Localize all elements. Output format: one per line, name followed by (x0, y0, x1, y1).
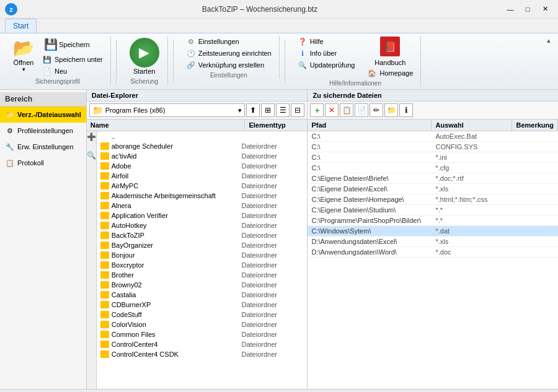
file-item[interactable]: Alnera Dateiordner (97, 201, 308, 211)
info-row[interactable]: ℹ Info über (295, 48, 358, 59)
save-as-row[interactable]: 💾 Speichern unter (40, 54, 105, 65)
help-icon: ❓ (298, 37, 308, 46)
start-button[interactable]: ▶ Starten (126, 36, 162, 77)
new-icon: 📄 (42, 66, 52, 76)
folder-icon (100, 321, 109, 328)
sidebar-item-verzeichnis[interactable]: 📁 Verz.-/Dateiauswahl (0, 107, 86, 123)
col-header-type[interactable]: Elementtyp (245, 120, 307, 131)
file-item[interactable]: CDBurnerXP Dateiordner (97, 300, 308, 310)
tab-start[interactable]: Start (5, 19, 37, 33)
new-row[interactable]: 📄 Neu (40, 66, 105, 77)
col-header-name[interactable]: Name (87, 120, 246, 131)
backup-item[interactable]: D:\Anwendungsdaten\Excel\ *.xls (308, 237, 558, 247)
sidebar-item-erweitert[interactable]: 🔧 Erw. Einstellungen (0, 139, 86, 155)
backup-item[interactable]: C:\ AutoExec.Bat (308, 131, 558, 142)
file-item[interactable]: Akademische Arbeitsgemeinschaft Dateiord… (97, 191, 308, 201)
backup-item[interactable]: C:\ *.cfg (308, 163, 558, 173)
file-item[interactable]: CodeStuff Dateiordner (97, 310, 308, 320)
link-row[interactable]: 🔗 Verknüpfung erstellen (184, 59, 274, 71)
file-item[interactable]: Adobe Dateiordner (97, 161, 308, 171)
folder-icon (100, 281, 109, 289)
file-item[interactable]: AutoHotkey Dateiordner (97, 220, 308, 230)
backup-item[interactable]: C:\Eigene Dateien\Studium\ *.* (308, 205, 558, 216)
file-item-name: ColorVision (100, 321, 242, 328)
backup-folder-btn[interactable]: 📁 (384, 103, 398, 117)
backup-item[interactable]: C:\ *.ini (308, 152, 558, 163)
schedule-row[interactable]: 🕐 Zeitsteuerung einrichten (184, 48, 274, 59)
backup-info-btn[interactable]: ℹ (399, 103, 413, 117)
handbuch-row[interactable]: 📕 Handbuch (365, 36, 415, 67)
handbuch-icon: 📕 (380, 37, 400, 56)
file-item[interactable]: BackToZIP Dateiordner (97, 230, 308, 240)
file-item-type: Dateiordner (241, 142, 303, 150)
explorer-view-btn1[interactable]: ⊞ (261, 103, 275, 117)
ribbon-group-sicherungsprofil: 📂 Öffnen ▾ 💾 Speichern 💾 Speichern unter (5, 36, 111, 85)
backup-item[interactable]: C:\Windows\Sytem\ *.dat (308, 226, 558, 237)
settings-row[interactable]: ⚙ Einstellungen (184, 36, 274, 47)
file-item[interactable]: ControlCenter4 Dateiordner (97, 339, 308, 349)
backup-item[interactable]: C:\Eigene Dateien\Briefe\ *.doc;*.rtf (308, 173, 558, 184)
homepage-icon: 🏠 (367, 68, 377, 78)
schedule-icon: 🕐 (186, 48, 196, 58)
file-item[interactable]: Application Verifier Dateiordner (97, 211, 308, 220)
file-item[interactable]: ColorVision Dateiordner (97, 320, 308, 329)
explorer-up-btn[interactable]: ⬆ (246, 103, 260, 117)
ribbon-group-einstellungen: ⚙ Einstellungen 🕐 Zeitsteuerung einricht… (179, 36, 280, 79)
save-button[interactable]: 💾 Speichern (40, 36, 105, 53)
add-to-backup-btn[interactable]: ➕ (87, 133, 96, 141)
ribbon-collapse-btn[interactable]: ▲ (544, 36, 553, 45)
backup-copy-btn[interactable]: 📋 (340, 103, 353, 117)
file-item[interactable]: Browny02 Dateiordner (97, 280, 308, 290)
update-row[interactable]: 🔍 Updateprüfung (295, 59, 358, 71)
backup-item[interactable]: C:\Programme\PaintShopPro\Bilder\ *.* (308, 216, 558, 226)
explorer-view-btn3[interactable]: ⊟ (291, 103, 304, 117)
file-item[interactable]: ac'tivAid Dateiordner (97, 151, 308, 161)
open-button[interactable]: 📂 Öffnen ▾ (10, 36, 37, 74)
left-toolbar: ➕ 🔍 (87, 131, 97, 389)
file-item[interactable]: Bonjour Dateiordner (97, 250, 308, 260)
file-item-name: AirMyPC (100, 182, 242, 189)
backup-col-header-auswahl[interactable]: Auswahl (432, 120, 512, 131)
backup-col-header-path[interactable]: Pfad (308, 120, 432, 131)
backup-paste-btn[interactable]: 📄 (355, 103, 368, 117)
backup-item[interactable]: C:\Eigene Dateien\Excel\ *.xls (308, 184, 558, 194)
folder-icon (100, 291, 109, 298)
backup-edit-btn[interactable]: ✏ (370, 103, 383, 117)
file-item-type: Dateiordner (241, 351, 303, 358)
file-item-type: Dateiordner (241, 182, 303, 189)
file-item[interactable]: AirMyPC Dateiordner (97, 181, 308, 191)
sidebar-item-profile[interactable]: ⚙ Profileinstellungen (0, 123, 86, 139)
backup-list: C:\ AutoExec.Bat C:\ CONFIG.SYS C:\ *.in… (308, 131, 558, 389)
backup-item[interactable]: C:\Eigene Dateien\Homepage\ *.html;*.htm… (308, 194, 558, 205)
file-item[interactable]: ControlCenter4 CSDK Dateiordner (97, 349, 308, 359)
file-item-type: Dateiordner (241, 192, 303, 199)
backup-item[interactable]: C:\ CONFIG.SYS (308, 142, 558, 152)
file-item[interactable]: .. (97, 131, 308, 141)
file-item-type: Dateiordner (241, 331, 303, 338)
file-item[interactable]: aborange Scheduler Dateiordner (97, 141, 308, 151)
close-button[interactable]: ✕ (537, 3, 553, 15)
file-item[interactable]: Boxcryptor Dateiordner (97, 260, 308, 270)
minimize-button[interactable]: — (502, 3, 518, 15)
file-item-name: ControlCenter4 CSDK (100, 351, 242, 358)
backup-item-auswahl: *.ini (435, 154, 516, 161)
file-item-type: Dateiordner (241, 261, 303, 269)
backup-col-header-bemerkung[interactable]: Bemerkung (512, 120, 558, 131)
file-item[interactable]: Airfoil Dateiordner (97, 171, 308, 181)
file-item[interactable]: Castalia Dateiordner (97, 290, 308, 300)
filter-btn[interactable]: 🔍 (87, 151, 96, 160)
file-item[interactable]: BayOrganizer Dateiordner (97, 240, 308, 250)
help-row[interactable]: ❓ Hilfe (295, 36, 358, 47)
maximize-button[interactable]: □ (520, 3, 536, 15)
sidebar-item-protokoll[interactable]: 📋 Protokoll (0, 155, 86, 171)
path-combo[interactable]: 📁 Program Files (x86) ▾ (89, 103, 246, 117)
backup-add-btn[interactable]: + (310, 103, 324, 117)
file-item[interactable]: Brother Dateiordner (97, 270, 308, 280)
window-controls: — □ ✕ (502, 3, 553, 15)
backup-item-auswahl: *.* (435, 206, 516, 214)
backup-remove-btn[interactable]: ✕ (325, 103, 339, 117)
explorer-view-btn2[interactable]: ☰ (276, 103, 290, 117)
homepage-row[interactable]: 🏠 Homepage (365, 68, 415, 79)
backup-item[interactable]: D:\Anwendungsdaten\Word\ *.doc (308, 247, 558, 258)
file-item[interactable]: Common Files Dateiordner (97, 329, 308, 339)
